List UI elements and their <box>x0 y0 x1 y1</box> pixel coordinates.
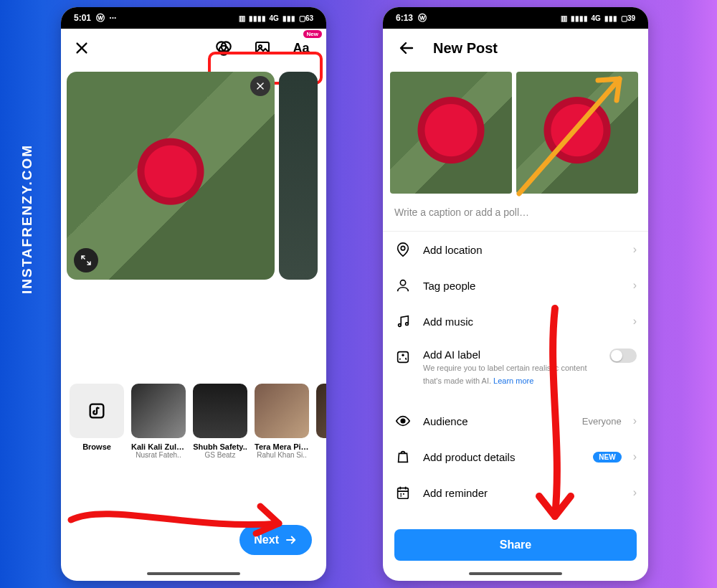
chevron-right-icon: › <box>633 486 637 499</box>
music-item[interactable]: Kali Kali Zulfo.. Nusrat Fateh.. <box>131 384 186 459</box>
music-item[interactable]: Tera Mera Piy.. Rahul Khan Si.. <box>255 384 309 459</box>
person-icon <box>394 277 412 294</box>
selected-photo-2[interactable] <box>279 72 318 280</box>
music-browse-button[interactable]: Browse <box>70 384 124 459</box>
chevron-right-icon: › <box>633 450 637 463</box>
post-thumb-2[interactable] <box>516 72 638 194</box>
status-time: 5:01 ⓦ ··· <box>74 12 116 24</box>
svg-point-8 <box>399 324 402 327</box>
audience-row[interactable]: Audience Everyone › <box>383 403 648 439</box>
wifi-icon: ▮▮▮ <box>282 14 295 22</box>
music-item-title: Shubh Safety.. <box>193 442 247 451</box>
product-details-row[interactable]: Add product details NEW › <box>383 439 648 475</box>
caption-input[interactable]: Write a caption or add a poll… <box>383 198 648 232</box>
network-label: 4G <box>592 14 601 22</box>
chevron-right-icon: › <box>633 279 637 292</box>
post-thumbs <box>383 67 648 198</box>
close-button[interactable] <box>71 37 92 59</box>
next-button[interactable]: Next <box>239 525 312 555</box>
new-badge: New <box>303 30 322 38</box>
chevron-right-icon: › <box>633 243 637 256</box>
music-thumb <box>131 384 186 438</box>
option-label: Add product details <box>423 451 581 463</box>
option-label: Tag people <box>423 280 622 292</box>
remove-photo-button[interactable] <box>250 76 270 96</box>
svg-rect-3 <box>256 42 269 54</box>
sparkle-icon <box>394 348 412 366</box>
sim-icon: ▥ <box>561 14 567 22</box>
expand-crop-button[interactable] <box>74 248 98 272</box>
image-tool-button[interactable] <box>252 37 273 59</box>
phone-left: 5:01 ⓦ ··· ▥ ▮▮▮▮ 4G ▮▮▮ ▢63 <box>61 7 326 581</box>
music-item-sub: Nusrat Fateh.. <box>131 451 186 459</box>
svg-rect-12 <box>398 488 409 499</box>
add-location-row[interactable]: Add location › <box>383 232 648 267</box>
battery-icon: ▢39 <box>621 14 635 22</box>
next-label: Next <box>254 534 279 546</box>
option-label: Add reminder <box>423 487 622 499</box>
music-item-title: Tera Mera Piy.. <box>255 442 309 451</box>
status-time: 6:13 ⓦ <box>396 12 427 24</box>
ai-label-row[interactable]: Add AI label We require you to label cer… <box>383 339 648 396</box>
home-indicator <box>469 572 562 575</box>
music-item-title: Browse <box>70 442 124 451</box>
watermark-text: INSTAFRENZY.COM <box>19 144 35 294</box>
filter-tool-button[interactable] <box>213 37 234 59</box>
annotation-arrow-orange <box>505 65 641 208</box>
signal-icon: ▮▮▮▮ <box>249 14 266 22</box>
bag-icon <box>394 448 412 465</box>
add-music-row[interactable]: Add music › <box>383 303 648 339</box>
signal-icon: ▮▮▮▮ <box>571 14 588 22</box>
page-title: New Post <box>433 40 498 57</box>
svg-point-6 <box>401 246 405 250</box>
home-indicator <box>147 572 240 575</box>
music-item-sub: Rahul Khan Si.. <box>255 451 309 459</box>
location-icon <box>394 241 412 258</box>
edit-topbar: Aa New <box>61 29 326 67</box>
status-bar: 6:13 ⓦ ▥ ▮▮▮▮ 4G ▮▮▮ ▢39 <box>383 7 648 29</box>
music-item[interactable]: Shubh Safety.. GS Beatz <box>193 384 247 459</box>
post-options-list: Add location › Tag people › Add music › … <box>383 232 648 511</box>
music-item-sub: GS Beatz <box>193 451 247 459</box>
add-reminder-row[interactable]: Add reminder › <box>383 475 648 511</box>
music-thumb <box>193 384 247 438</box>
music-item[interactable] <box>316 384 326 459</box>
sim-icon: ▥ <box>239 14 245 22</box>
network-label: 4G <box>270 14 279 22</box>
learn-more-link[interactable]: Learn more <box>493 376 533 385</box>
eye-icon <box>394 412 412 430</box>
new-badge: NEW <box>593 452 621 463</box>
music-thumb <box>255 384 309 438</box>
post-thumb-1[interactable] <box>390 72 512 194</box>
audience-value: Everyone <box>582 416 622 427</box>
option-label: Add AI label <box>423 348 598 361</box>
svg-point-11 <box>401 419 405 423</box>
calendar-icon <box>394 484 412 501</box>
music-item-title: Kali Kali Zulfo.. <box>131 442 186 451</box>
option-label: Add location <box>423 244 622 256</box>
option-label: Audience <box>423 415 571 427</box>
status-right: ▥ ▮▮▮▮ 4G ▮▮▮ ▢63 <box>239 14 313 22</box>
phone-right: 6:13 ⓦ ▥ ▮▮▮▮ 4G ▮▮▮ ▢39 New Post Write … <box>383 7 648 581</box>
option-label: Add music <box>423 316 622 328</box>
chevron-right-icon: › <box>633 315 637 328</box>
status-bar: 5:01 ⓦ ··· ▥ ▮▮▮▮ 4G ▮▮▮ ▢63 <box>61 7 326 29</box>
music-thumb <box>316 384 326 438</box>
selected-photo-1[interactable] <box>67 72 275 280</box>
ai-label-toggle[interactable] <box>609 348 637 363</box>
newpost-topbar: New Post <box>383 29 648 67</box>
wifi-icon: ▮▮▮ <box>604 14 617 22</box>
text-tool-button[interactable]: Aa New <box>290 37 312 59</box>
svg-rect-10 <box>398 352 409 363</box>
preview-area <box>61 67 326 280</box>
svg-point-9 <box>406 323 409 326</box>
battery-icon: ▢63 <box>299 14 313 22</box>
chevron-right-icon: › <box>633 414 637 427</box>
music-icon <box>394 313 412 330</box>
option-subtext: We require you to label certain realisti… <box>423 364 587 385</box>
svg-point-7 <box>400 280 405 285</box>
tag-people-row[interactable]: Tag people › <box>383 267 648 303</box>
music-suggestions-row: Browse Kali Kali Zulfo.. Nusrat Fateh.. … <box>61 384 326 459</box>
back-button[interactable] <box>396 37 417 59</box>
share-button[interactable]: Share <box>394 529 637 561</box>
